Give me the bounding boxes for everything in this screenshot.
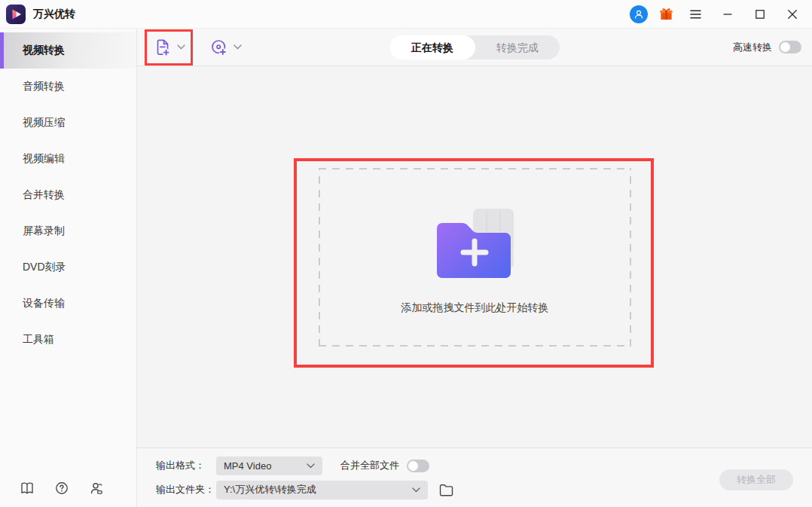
sidebar-item-dvd-burn[interactable]: DVD刻录 [0, 249, 136, 286]
add-file-icon [153, 38, 172, 57]
tab-converting[interactable]: 正在转换 [389, 35, 475, 60]
help-button[interactable] [54, 481, 69, 496]
file-dropzone[interactable]: 添加或拖拽文件到此处开始转换 [319, 168, 631, 347]
add-file-button[interactable] [153, 38, 185, 57]
sidebar-item-label: DVD刻录 [23, 261, 66, 274]
chevron-down-icon [177, 44, 185, 50]
convert-all-label: 转换全部 [737, 473, 776, 487]
output-folder-select[interactable]: Y:\万兴优转\转换完成 [216, 481, 428, 499]
browse-folder-icon [439, 484, 453, 496]
browse-folder-button[interactable] [438, 482, 453, 497]
output-folder-value: Y:\万兴优转\转换完成 [224, 483, 316, 496]
sidebar-item-label: 设备传输 [23, 297, 65, 310]
sidebar-item-video-convert[interactable]: 视频转换 [0, 32, 136, 69]
sidebar-item-label: 视频编辑 [23, 152, 65, 166]
sidebar-item-video-edit[interactable]: 视频编辑 [0, 141, 136, 177]
sidebar-item-label: 视频压缩 [23, 116, 65, 130]
output-format-select[interactable]: MP4 Video [216, 457, 322, 475]
maximize-button[interactable] [749, 5, 771, 24]
output-folder-label: 输出文件夹： [156, 483, 216, 496]
app-title: 万兴优转 [33, 8, 75, 21]
gift-button[interactable] [659, 7, 673, 21]
toolbar: 正在转换 转换完成 高速转换 [137, 29, 812, 66]
menu-button[interactable] [685, 5, 706, 24]
hamburger-menu-icon [690, 10, 701, 19]
fast-convert-label: 高速转换 [733, 41, 772, 54]
tab-label: 转换完成 [496, 41, 539, 53]
minimize-button[interactable] [717, 5, 738, 24]
chevron-down-icon [234, 44, 242, 50]
sidebar-item-label: 合并转换 [23, 188, 65, 202]
add-dvd-icon [209, 38, 229, 57]
sidebar: 视频转换 音频转换 视频压缩 视频编辑 合并转换 屏幕录制 DVD刻录 设备传输 [0, 29, 137, 507]
sidebar-item-video-compress[interactable]: 视频压缩 [0, 105, 136, 141]
close-icon [788, 10, 797, 19]
folder-plus-graphic [435, 206, 515, 278]
main-panel: 正在转换 转换完成 高速转换 [137, 29, 812, 507]
sidebar-item-screen-record[interactable]: 屏幕录制 [0, 213, 136, 249]
contact-icon [89, 481, 104, 496]
maximize-icon [756, 10, 765, 19]
account-button[interactable] [630, 5, 648, 23]
annotation-add-file-highlight [145, 29, 193, 66]
bottom-bar: 输出格式： MP4 Video 合并全部文件 输出文件夹： [137, 447, 812, 507]
app-logo-icon [6, 5, 26, 24]
convert-all-button[interactable]: 转换全部 [719, 469, 793, 490]
chevron-down-icon [412, 487, 420, 493]
sidebar-item-label: 音频转换 [23, 80, 65, 93]
help-icon [54, 481, 69, 496]
user-guide-button[interactable] [20, 481, 35, 496]
gift-icon [659, 7, 673, 21]
minimize-icon [723, 10, 732, 19]
sidebar-item-merge-convert[interactable]: 合并转换 [0, 177, 136, 213]
sidebar-item-audio-convert[interactable]: 音频转换 [0, 69, 136, 105]
sidebar-item-label: 工具箱 [23, 333, 54, 347]
sidebar-item-toolbox[interactable]: 工具箱 [0, 322, 136, 358]
support-button[interactable] [89, 481, 104, 496]
close-button[interactable] [782, 5, 803, 24]
titlebar: 万兴优转 [0, 0, 812, 29]
chevron-down-icon [307, 463, 315, 469]
add-dvd-button[interactable] [209, 38, 242, 57]
user-avatar-icon [632, 8, 646, 21]
content-area: 添加或拖拽文件到此处开始转换 [137, 66, 812, 447]
dropzone-hint: 添加或拖拽文件到此处开始转换 [401, 301, 549, 315]
convert-status-tabs: 正在转换 转换完成 [389, 35, 560, 60]
output-format-label: 输出格式： [156, 459, 216, 472]
merge-all-toggle[interactable] [407, 460, 429, 472]
book-icon [20, 481, 35, 496]
tab-label: 正在转换 [411, 41, 453, 53]
app-window: 万兴优转 [0, 0, 812, 507]
merge-all-label: 合并全部文件 [340, 459, 399, 472]
fast-convert-toggle[interactable] [779, 41, 801, 53]
sidebar-item-label: 屏幕录制 [23, 224, 65, 238]
output-format-value: MP4 Video [224, 460, 271, 472]
sidebar-item-label: 视频转换 [23, 44, 65, 57]
sidebar-item-device-transfer[interactable]: 设备传输 [0, 286, 136, 322]
tab-converted[interactable]: 转换完成 [475, 35, 560, 60]
